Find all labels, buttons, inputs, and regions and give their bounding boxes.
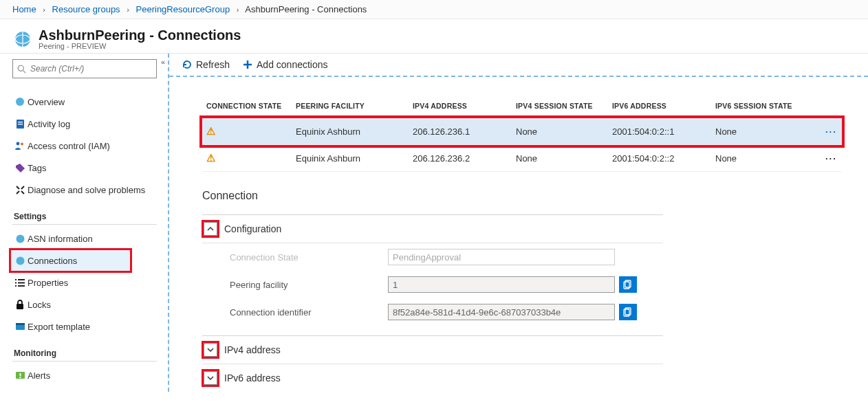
toolbar-label: Refresh	[196, 59, 230, 70]
add-connections-button[interactable]: Add connections	[242, 59, 328, 70]
svg-rect-16	[15, 285, 17, 287]
plus-icon	[242, 59, 253, 70]
sidebar-item-label: Locks	[28, 300, 51, 310]
sidebar-heading-monitoring: Monitoring	[14, 348, 162, 358]
chevron-up-icon[interactable]	[204, 222, 217, 236]
col-state: CONNECTION STATE	[202, 96, 292, 118]
row-menu-button[interactable]: ···	[821, 118, 842, 145]
sidebar-item-label: Activity log	[28, 119, 70, 129]
breadcrumb-group[interactable]: PeeringResourceGroup	[136, 4, 230, 14]
page-title: AshburnPeering - Connections	[39, 27, 241, 43]
globe-icon	[12, 256, 28, 266]
svg-rect-20	[16, 323, 25, 325]
field-label: Connection State	[230, 252, 388, 263]
accordion-ipv4[interactable]: IPv4 address	[202, 336, 663, 364]
page-header: AshburnPeering - Connections Peering - P…	[0, 19, 868, 54]
cell-ipv4s: None	[512, 145, 608, 172]
svg-rect-17	[18, 285, 25, 287]
chevron-right-icon: ›	[43, 5, 45, 14]
sidebar-item-export-template[interactable]: Export template	[12, 315, 162, 337]
field-label: Peering facility	[230, 280, 388, 290]
sidebar-search[interactable]	[12, 59, 157, 78]
content-toolbar: Refresh Add connections	[169, 54, 868, 77]
refresh-icon	[182, 59, 193, 70]
cell-ipv6s: None	[711, 145, 821, 172]
cell-facility: Equinix Ashburn	[292, 118, 409, 145]
row-menu-button[interactable]: ···	[821, 145, 842, 172]
accordion-label: IPv6 address	[224, 373, 281, 384]
sidebar-item-label: Diagnose and solve problems	[28, 185, 145, 195]
col-ipv6-session: IPV6 SESSION STATE	[711, 96, 821, 118]
chevron-down-icon[interactable]	[204, 371, 217, 385]
sidebar-item-label: Tags	[28, 163, 46, 173]
table-row[interactable]: ⚠ Equinix Ashburn 206.126.236.2 None 200…	[202, 145, 842, 172]
chevron-right-icon: ›	[127, 5, 129, 14]
globe-icon	[12, 96, 28, 107]
col-facility: PEERING FACILITY	[292, 96, 409, 118]
accordion-ipv6[interactable]: IPv6 address	[202, 364, 663, 392]
accordion-label: IPv4 address	[224, 344, 281, 355]
breadcrumb-current: AshburnPeering - Connections	[245, 4, 367, 14]
col-ipv4: IPV4 ADDRESS	[409, 96, 512, 118]
sidebar-item-connections[interactable]: Connections	[10, 249, 131, 271]
cell-ipv4: 206.126.236.1	[409, 118, 512, 145]
peering-icon	[12, 29, 33, 49]
chevron-down-icon[interactable]	[204, 343, 217, 357]
svg-point-4	[16, 98, 24, 106]
connection-id-value	[388, 304, 615, 320]
refresh-button[interactable]: Refresh	[182, 59, 230, 70]
sidebar-item-properties[interactable]: Properties	[12, 271, 162, 293]
table-row[interactable]: ⚠ Equinix Ashburn 206.126.236.1 None 200…	[202, 118, 842, 145]
sidebar-item-tags[interactable]: Tags	[12, 157, 162, 179]
toolbar-label: Add connections	[257, 59, 328, 70]
search-icon	[17, 65, 26, 74]
cell-ipv6: 2001:504:0:2::1	[608, 118, 711, 145]
svg-rect-14	[15, 282, 17, 283]
svg-rect-6	[18, 122, 23, 122]
breadcrumb-resource-groups[interactable]: Resource groups	[52, 4, 120, 14]
svg-rect-12	[15, 279, 17, 280]
lock-icon	[12, 300, 28, 310]
tag-icon	[12, 163, 28, 173]
sidebar-item-asn[interactable]: ASN information	[12, 227, 162, 249]
svg-point-9	[21, 143, 23, 146]
sidebar-item-activity-log[interactable]: Activity log	[12, 113, 162, 135]
section-heading-connection: Connection	[202, 190, 868, 202]
svg-point-11	[16, 256, 24, 265]
content-pane: Refresh Add connections CONNECTION STATE…	[168, 54, 868, 392]
cell-ipv4: 206.126.236.2	[409, 145, 512, 172]
svg-rect-23	[19, 377, 21, 378]
warning-icon: ⚠	[206, 125, 215, 137]
sidebar-item-label: Access control (IAM)	[28, 141, 110, 151]
people-icon	[12, 141, 28, 151]
sidebar-item-locks[interactable]: Locks	[12, 293, 162, 315]
sidebar-item-diagnose[interactable]: Diagnose and solve problems	[12, 179, 162, 201]
cell-ipv6: 2001:504:0:2::2	[608, 145, 711, 172]
collapse-sidebar-icon[interactable]: «	[161, 58, 165, 66]
page-subtitle: Peering - PREVIEW	[39, 42, 241, 50]
alert-icon	[12, 370, 28, 380]
breadcrumb-home[interactable]: Home	[12, 4, 36, 14]
svg-rect-15	[18, 282, 25, 283]
sidebar-item-alerts[interactable]: Alerts	[12, 364, 162, 386]
warning-icon: ⚠	[206, 152, 215, 164]
copy-button[interactable]	[619, 304, 637, 320]
accordion-configuration[interactable]: Configuration	[202, 215, 663, 243]
copy-button[interactable]	[619, 276, 637, 293]
chevron-right-icon: ›	[237, 5, 239, 14]
field-connection-identifier: Connection identifier	[202, 298, 663, 326]
search-input[interactable]	[30, 64, 152, 74]
svg-line-3	[23, 70, 26, 73]
svg-point-10	[16, 234, 24, 243]
sidebar-item-iam[interactable]: Access control (IAM)	[12, 135, 162, 157]
sidebar-item-overview[interactable]: Overview	[12, 91, 162, 113]
svg-rect-7	[18, 124, 23, 124]
cell-facility: Equinix Ashburn	[292, 145, 409, 172]
log-icon	[12, 119, 28, 129]
list-icon	[12, 278, 28, 287]
tools-icon	[12, 185, 28, 195]
divider	[12, 224, 157, 225]
connections-table: CONNECTION STATE PEERING FACILITY IPV4 A…	[202, 96, 842, 172]
sidebar: « Overview Activity log	[0, 54, 168, 392]
export-icon	[12, 322, 28, 331]
